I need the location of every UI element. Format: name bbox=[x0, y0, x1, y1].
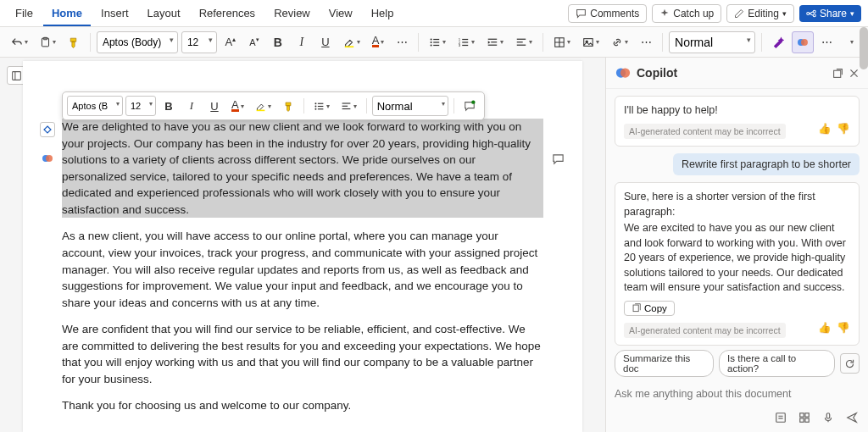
menu-view[interactable]: View bbox=[320, 2, 361, 25]
paragraph-4[interactable]: Thank you for choosing us and welcome to… bbox=[62, 397, 543, 414]
table-button[interactable] bbox=[549, 31, 575, 53]
thumbs-down-icon[interactable]: 👎 bbox=[837, 321, 850, 336]
svg-rect-33 bbox=[318, 102, 324, 103]
comments-button[interactable]: Comments bbox=[568, 4, 647, 23]
suggestion-cta[interactable]: Is there a call to action? bbox=[719, 350, 835, 377]
refresh-icon bbox=[844, 358, 855, 369]
scrollbar[interactable] bbox=[860, 27, 868, 69]
undo-icon bbox=[11, 36, 23, 48]
view-prompts-icon[interactable] bbox=[773, 410, 788, 425]
menu-review[interactable]: Review bbox=[265, 2, 319, 25]
copilot-footer bbox=[606, 407, 868, 432]
format-painter-button[interactable] bbox=[64, 31, 84, 53]
copilot-button[interactable] bbox=[792, 31, 814, 53]
sel-bullets[interactable] bbox=[309, 95, 334, 117]
style-select[interactable]: Normal bbox=[669, 31, 755, 53]
undo-button[interactable] bbox=[7, 31, 32, 53]
bullets-button[interactable] bbox=[425, 31, 450, 53]
sel-font-color[interactable]: A bbox=[227, 95, 248, 117]
svg-point-39 bbox=[471, 100, 475, 103]
menu-home[interactable]: Home bbox=[43, 2, 91, 26]
sel-style[interactable]: Normal bbox=[372, 96, 448, 116]
italic-button[interactable]: I bbox=[292, 31, 312, 53]
sel-font-size[interactable]: 12 bbox=[125, 96, 156, 116]
grow-font-icon: A▴ bbox=[225, 36, 236, 48]
shrink-font-button[interactable]: A▾ bbox=[244, 31, 264, 53]
send-icon[interactable] bbox=[844, 410, 860, 425]
copy-button[interactable]: Copy bbox=[624, 301, 675, 316]
catchup-button[interactable]: Catch up bbox=[652, 4, 721, 23]
assistant-text: I'll be happy to help! bbox=[624, 103, 850, 119]
numbering-button[interactable]: 123 bbox=[453, 31, 479, 53]
svg-rect-22 bbox=[584, 38, 593, 46]
svg-rect-12 bbox=[463, 38, 469, 39]
svg-rect-20 bbox=[517, 44, 526, 45]
link-button[interactable] bbox=[607, 31, 632, 53]
menu-help[interactable]: Help bbox=[363, 2, 403, 25]
paragraph-1[interactable]: We are delighted to have you as our new … bbox=[62, 119, 543, 218]
microphone-icon[interactable] bbox=[821, 410, 836, 425]
copilot-gutter-icon[interactable] bbox=[40, 151, 55, 166]
svg-rect-14 bbox=[463, 44, 469, 45]
add-comment-icon[interactable] bbox=[550, 151, 565, 166]
copy-label: Copy bbox=[644, 303, 667, 313]
ribbon-expand-button[interactable] bbox=[841, 31, 861, 53]
more-options-button[interactable]: ⋯ bbox=[817, 31, 837, 53]
thumbs-up-icon[interactable]: 👍 bbox=[818, 321, 832, 336]
indent-icon bbox=[487, 36, 498, 48]
paragraph-2[interactable]: As a new client, you will have access to… bbox=[62, 228, 543, 311]
bullets-icon bbox=[429, 36, 441, 48]
margin-indicator[interactable] bbox=[40, 122, 55, 137]
sel-format-painter[interactable] bbox=[278, 95, 298, 117]
share-label: Share bbox=[820, 8, 847, 19]
menu-file[interactable]: File bbox=[7, 2, 42, 25]
svg-rect-47 bbox=[800, 418, 804, 422]
underline-button[interactable]: U bbox=[315, 31, 336, 53]
grow-font-button[interactable]: A▴ bbox=[220, 31, 241, 53]
thumbs-down-icon[interactable]: 👎 bbox=[837, 122, 850, 137]
sel-align[interactable] bbox=[337, 95, 361, 117]
popout-icon[interactable] bbox=[832, 68, 843, 79]
menu-references[interactable]: References bbox=[191, 2, 264, 25]
catchup-label: Catch up bbox=[673, 8, 714, 19]
highlight-button[interactable] bbox=[339, 31, 364, 53]
picture-button[interactable] bbox=[578, 31, 604, 53]
comment-icon bbox=[552, 152, 565, 165]
font-size-select[interactable]: 12 bbox=[181, 31, 217, 53]
sel-font-family[interactable]: Aptos (B... bbox=[67, 96, 123, 116]
paste-button[interactable] bbox=[36, 31, 60, 53]
copilot-suggestions: Summarize this doc Is there a call to ac… bbox=[606, 346, 868, 380]
numbering-icon: 123 bbox=[458, 36, 470, 48]
menu-insert[interactable]: Insert bbox=[92, 2, 137, 25]
svg-text:3: 3 bbox=[459, 43, 461, 47]
more-font-button[interactable]: ⋯ bbox=[392, 31, 412, 53]
sel-bold[interactable]: B bbox=[159, 95, 179, 117]
close-icon[interactable] bbox=[849, 68, 860, 79]
thumbs-up-icon[interactable]: 👍 bbox=[818, 122, 832, 137]
paragraph-3[interactable]: We are confident that you will find our … bbox=[62, 321, 543, 387]
font-family-select[interactable]: Aptos (Body) bbox=[97, 31, 178, 53]
svg-rect-19 bbox=[517, 42, 523, 42]
refresh-suggestions[interactable] bbox=[840, 353, 860, 374]
designer-button[interactable] bbox=[768, 31, 788, 53]
document-page[interactable]: Aptos (B... 12 B I U A Normal We are del… bbox=[23, 61, 582, 432]
font-color-button[interactable]: A bbox=[368, 31, 389, 53]
suggestion-summarize[interactable]: Summarize this doc bbox=[615, 350, 714, 377]
apps-icon[interactable] bbox=[797, 410, 812, 425]
sel-underline[interactable]: U bbox=[204, 95, 225, 117]
sel-highlight[interactable] bbox=[251, 95, 275, 117]
bold-icon: B bbox=[164, 100, 172, 113]
editing-mode-button[interactable]: Editing ▾ bbox=[726, 4, 794, 23]
sel-italic[interactable]: I bbox=[181, 95, 202, 117]
copilot-messages[interactable]: I'll be happy to help! AI-generated cont… bbox=[606, 89, 868, 346]
copilot-input[interactable] bbox=[615, 388, 860, 400]
sel-comment[interactable] bbox=[459, 95, 480, 117]
share-button[interactable]: Share ▾ bbox=[799, 5, 861, 22]
share-icon bbox=[806, 8, 816, 19]
align-button[interactable] bbox=[511, 31, 537, 53]
bold-button[interactable]: B bbox=[268, 31, 288, 53]
more-insert-button[interactable]: ⋯ bbox=[636, 31, 656, 53]
menu-layout[interactable]: Layout bbox=[139, 2, 189, 25]
svg-rect-29 bbox=[256, 109, 264, 111]
indent-button[interactable] bbox=[482, 31, 508, 53]
